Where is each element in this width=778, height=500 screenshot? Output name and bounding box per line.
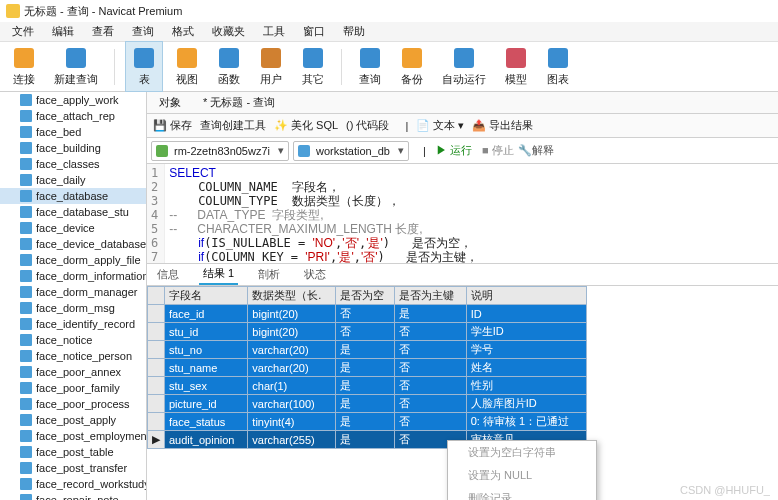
toolbar-连接[interactable]: 连接 (6, 42, 42, 91)
grid-cell[interactable]: 否 (395, 359, 467, 377)
sidebar-item-face_daily[interactable]: face_daily (0, 172, 146, 188)
sidebar-item-face_building[interactable]: face_building (0, 140, 146, 156)
menu-item[interactable]: 帮助 (335, 22, 373, 41)
menu-item[interactable]: 查看 (84, 22, 122, 41)
sidebar-item-face_attach_rep[interactable]: face_attach_rep (0, 108, 146, 124)
sidebar-item-face_poor_process[interactable]: face_poor_process (0, 396, 146, 412)
beautify-button[interactable]: ✨美化 SQL (274, 118, 338, 133)
toolbar-自动运行[interactable]: 自动运行 (436, 42, 492, 91)
menu-item[interactable]: 收藏夹 (204, 22, 253, 41)
sidebar-item-face_dorm_msg[interactable]: face_dorm_msg (0, 300, 146, 316)
grid-cell[interactable]: 否 (395, 323, 467, 341)
menu-item[interactable]: 文件 (4, 22, 42, 41)
objects-tab[interactable]: 对象 (153, 93, 187, 112)
toolbar-表[interactable]: 表 (125, 41, 163, 92)
context-menu[interactable]: 设置为空白字符串设置为 NULL删除记录复制复制为粘贴显示 Insert 语句U… (447, 440, 597, 500)
result-grid[interactable]: 字段名数据类型（长.是否为空是否为主键说明face_idbigint(20)否是… (147, 286, 778, 449)
stop-button[interactable]: ■ 停止 (482, 143, 514, 158)
sidebar-item-face_classes[interactable]: face_classes (0, 156, 146, 172)
grid-cell[interactable]: varchar(20) (248, 359, 335, 377)
query-tab[interactable]: * 无标题 - 查询 (197, 93, 281, 112)
grid-cell[interactable]: 否 (395, 413, 467, 431)
grid-cell[interactable]: 是 (335, 359, 394, 377)
connection-select[interactable]: rm-2zetn83n05wz7i (151, 141, 289, 161)
toolbar-新建查询[interactable]: 新建查询 (48, 42, 104, 91)
menu-item[interactable]: 窗口 (295, 22, 333, 41)
sidebar-item-face_device_database[interactable]: face_device_database (0, 236, 146, 252)
grid-cell[interactable]: 学生ID (466, 323, 586, 341)
sidebar-item-face_post_transfer[interactable]: face_post_transfer (0, 460, 146, 476)
sidebar-item-face_dorm_information[interactable]: face_dorm_information (0, 268, 146, 284)
menu-item[interactable]: 查询 (124, 22, 162, 41)
grid-header[interactable]: 是否为主键 (395, 287, 467, 305)
grid-cell[interactable]: stu_name (165, 359, 248, 377)
sidebar-item-face_post_table[interactable]: face_post_table (0, 444, 146, 460)
grid-cell[interactable]: 人脸库图片ID (466, 395, 586, 413)
database-select[interactable]: workstation_db (293, 141, 409, 161)
grid-cell[interactable]: 否 (395, 377, 467, 395)
grid-cell[interactable]: char(1) (248, 377, 335, 395)
export-button[interactable]: 📤导出结果 (472, 118, 533, 133)
toolbar-模型[interactable]: 模型 (498, 42, 534, 91)
toolbar-查询[interactable]: 查询 (352, 42, 388, 91)
toolbar-用户[interactable]: 用户 (253, 42, 289, 91)
grid-cell[interactable]: varchar(100) (248, 395, 335, 413)
toolbar-图表[interactable]: 图表 (540, 42, 576, 91)
grid-cell[interactable]: bigint(20) (248, 323, 335, 341)
sidebar-item-face_notice_person[interactable]: face_notice_person (0, 348, 146, 364)
grid-cell[interactable]: stu_id (165, 323, 248, 341)
grid-cell[interactable]: stu_sex (165, 377, 248, 395)
result-tab[interactable]: 状态 (300, 265, 330, 284)
builder-button[interactable]: 查询创建工具 (200, 118, 266, 133)
sidebar-item-face_apply_work[interactable]: face_apply_work (0, 92, 146, 108)
grid-cell[interactable]: 性别 (466, 377, 586, 395)
result-tab[interactable]: 剖析 (254, 265, 284, 284)
result-tab[interactable]: 信息 (153, 265, 183, 284)
grid-cell[interactable]: varchar(20) (248, 341, 335, 359)
grid-cell[interactable]: face_status (165, 413, 248, 431)
grid-cell[interactable]: 是 (335, 395, 394, 413)
grid-cell[interactable]: audit_opinion (165, 431, 248, 449)
toolbar-视图[interactable]: 视图 (169, 42, 205, 91)
sidebar-item-face_dorm_apply_file[interactable]: face_dorm_apply_file (0, 252, 146, 268)
menu-item[interactable]: 工具 (255, 22, 293, 41)
sidebar-item-face_device[interactable]: face_device (0, 220, 146, 236)
grid-cell[interactable]: varchar(255) (248, 431, 335, 449)
grid-header[interactable]: 数据类型（长. (248, 287, 335, 305)
toolbar-其它[interactable]: 其它 (295, 42, 331, 91)
sidebar-item-face_record_workstudy[interactable]: face_record_workstudy (0, 476, 146, 492)
sidebar-item-face_bed[interactable]: face_bed (0, 124, 146, 140)
snippet-button[interactable]: () 代码段 (346, 118, 389, 133)
grid-cell[interactable]: face_id (165, 305, 248, 323)
sidebar-tables[interactable]: face_apply_workface_attach_repface_bedfa… (0, 92, 147, 500)
grid-cell[interactable]: 是 (335, 341, 394, 359)
sidebar-item-face_dorm_manager[interactable]: face_dorm_manager (0, 284, 146, 300)
sidebar-item-face_poor_family[interactable]: face_poor_family (0, 380, 146, 396)
grid-cell[interactable]: 0: 待审核 1：已通过 (466, 413, 586, 431)
text-button[interactable]: 📄 文本 ▾ (416, 118, 464, 133)
grid-cell[interactable]: 否 (335, 323, 394, 341)
explain-button[interactable]: 🔧解释 (518, 143, 554, 158)
grid-cell[interactable]: stu_no (165, 341, 248, 359)
sidebar-item-face_identify_record[interactable]: face_identify_record (0, 316, 146, 332)
grid-cell[interactable]: bigint(20) (248, 305, 335, 323)
sidebar-item-face_database[interactable]: face_database (0, 188, 146, 204)
grid-cell[interactable]: 是 (395, 305, 467, 323)
save-button[interactable]: 💾 保存 (153, 118, 192, 133)
sidebar-item-face_repair_note[interactable]: face_repair_note (0, 492, 146, 500)
grid-header[interactable]: 说明 (466, 287, 586, 305)
grid-cell[interactable]: picture_id (165, 395, 248, 413)
grid-cell[interactable]: tinyint(4) (248, 413, 335, 431)
grid-cell[interactable]: 是 (335, 377, 394, 395)
grid-cell[interactable]: 否 (335, 305, 394, 323)
grid-cell[interactable]: 学号 (466, 341, 586, 359)
grid-cell[interactable]: 否 (395, 341, 467, 359)
toolbar-函数[interactable]: 函数 (211, 42, 247, 91)
sql-editor[interactable]: 123456789 SELECT COLUMN_NAME 字段名， COLUMN… (147, 164, 778, 264)
grid-cell[interactable]: 是 (335, 413, 394, 431)
toolbar-备份[interactable]: 备份 (394, 42, 430, 91)
result-tab[interactable]: 结果 1 (199, 264, 238, 285)
grid-header[interactable]: 字段名 (165, 287, 248, 305)
sidebar-item-face_notice[interactable]: face_notice (0, 332, 146, 348)
grid-cell[interactable]: 姓名 (466, 359, 586, 377)
